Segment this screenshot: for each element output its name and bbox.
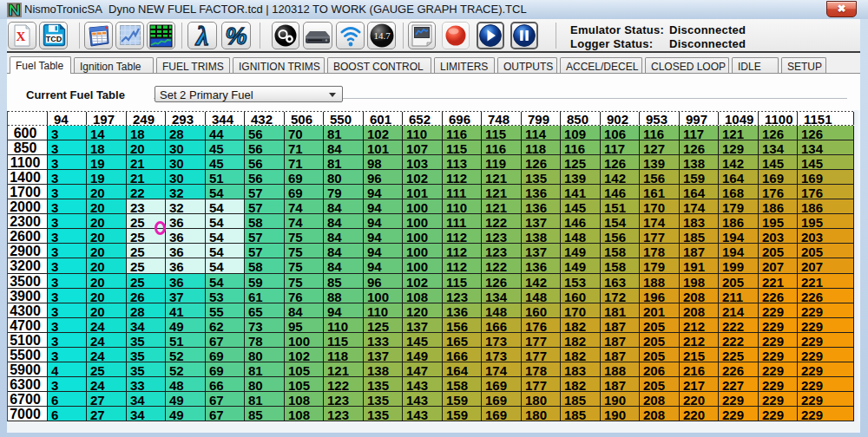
svg-text:TCD: TCD [45, 35, 62, 43]
svg-text:λ: λ [194, 23, 208, 49]
svg-text:%: % [226, 23, 247, 49]
svg-text:X: X [16, 29, 26, 43]
svg-text:14.7: 14.7 [373, 30, 391, 41]
